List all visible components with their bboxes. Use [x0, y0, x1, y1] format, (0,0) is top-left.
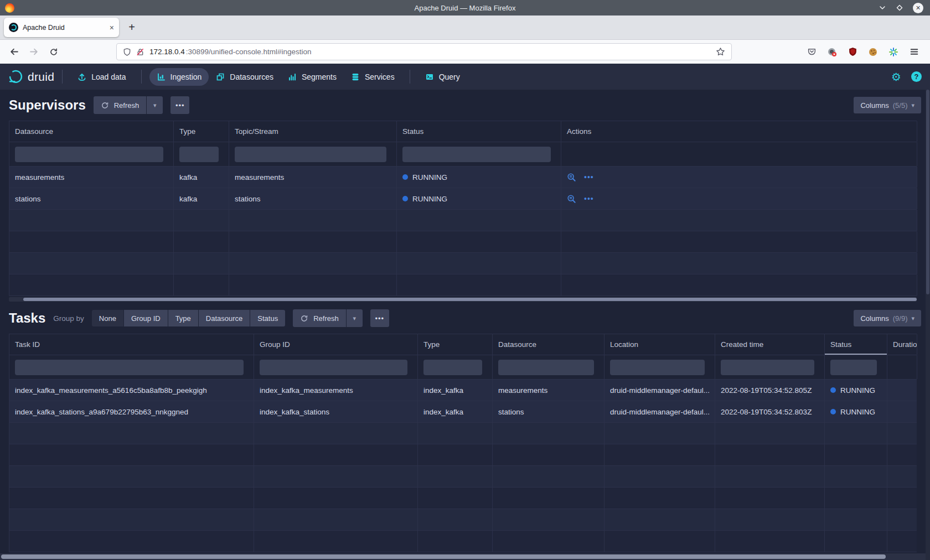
column-header[interactable]: Type — [418, 334, 493, 355]
supervisor-row-measurements: measurements kafka measurements RUNNING … — [9, 167, 917, 188]
status-dot-icon — [830, 409, 836, 414]
column-header[interactable]: Task ID — [9, 334, 254, 355]
datasource-cell: stations — [9, 188, 174, 209]
tasks-more-button[interactable]: ••• — [370, 309, 389, 327]
cookie-extension-icon[interactable] — [865, 44, 881, 60]
columns-label: Columns — [860, 101, 888, 110]
maximize-icon[interactable] — [896, 4, 903, 12]
topic-filter-input[interactable] — [235, 147, 386, 162]
status-filter-input[interactable] — [402, 147, 551, 162]
column-header[interactable]: Created time — [715, 334, 825, 355]
column-header[interactable]: Actions — [561, 121, 917, 142]
empty-row — [9, 231, 917, 253]
reload-icon[interactable] — [45, 44, 62, 60]
type-filter-input[interactable] — [179, 147, 219, 162]
type-filter-input[interactable] — [423, 360, 482, 375]
row-more-icon[interactable]: ••• — [584, 194, 594, 203]
column-header[interactable]: Datasource — [493, 334, 604, 355]
empty-row — [9, 509, 917, 531]
minimize-icon[interactable] — [879, 4, 886, 12]
ublock-origin-icon[interactable] — [844, 44, 861, 60]
task-row-stations: index_kafka_stations_a9a679b22795b63_nnk… — [9, 401, 917, 423]
column-header-sorted[interactable]: Status — [825, 334, 887, 355]
url-bar[interactable]: 172.18.0.4:30899/unified-console.html#in… — [116, 43, 732, 60]
pocket-icon[interactable] — [803, 44, 820, 60]
nav-item-label: Datasources — [230, 72, 273, 81]
tasks-horizontal-scrollbar[interactable] — [0, 553, 926, 560]
supervisors-columns-button[interactable]: Columns (5/5) ▾ — [854, 97, 921, 113]
tab-close-icon[interactable]: × — [110, 23, 114, 32]
column-header[interactable]: Group ID — [254, 334, 418, 355]
task-id-filter-input[interactable] — [15, 360, 244, 375]
nav-item-datasources[interactable]: Datasources — [209, 68, 281, 86]
group-by-label: Group by — [53, 314, 84, 323]
row-more-icon[interactable]: ••• — [584, 173, 594, 182]
colorful-extension-icon[interactable] — [885, 44, 902, 60]
privacy-extension-icon[interactable] — [824, 44, 840, 60]
column-header[interactable]: Location — [604, 334, 715, 355]
nav-item-label: Query — [439, 72, 460, 81]
group-by-type-button[interactable]: Type — [168, 310, 198, 326]
group-by-group-id-button[interactable]: Group ID — [124, 310, 168, 326]
url-path: :30899/unified-console.html#ingestion — [186, 48, 312, 56]
tasks-filter-row — [9, 355, 917, 380]
supervisors-refresh-button[interactable]: Refresh — [94, 96, 147, 114]
vertical-scrollbar[interactable] — [926, 90, 930, 560]
group-id-filter-input[interactable] — [260, 360, 407, 375]
datasources-icon — [216, 72, 225, 81]
browser-tab-apache-druid[interactable]: Apache Druid × — [4, 18, 119, 37]
detail-magnifier-icon[interactable] — [567, 194, 576, 204]
back-icon[interactable] — [6, 44, 22, 60]
help-icon[interactable]: ? — [911, 71, 922, 82]
druid-favicon-icon — [9, 23, 18, 32]
tracking-shield-icon[interactable] — [123, 48, 131, 56]
nav-item-load-data[interactable]: Load data — [70, 68, 133, 86]
menu-hamburger-icon[interactable] — [906, 44, 922, 60]
chevron-down-icon: ▾ — [911, 102, 914, 109]
tasks-columns-button[interactable]: Columns (9/9) ▾ — [854, 310, 921, 326]
detail-magnifier-icon[interactable] — [567, 173, 576, 182]
druid-brand[interactable]: druid — [8, 69, 54, 84]
empty-row — [9, 466, 917, 488]
supervisors-refresh-caret-button[interactable]: ▾ — [147, 96, 163, 114]
nav-item-segments[interactable]: Segments — [281, 68, 344, 86]
tasks-refresh-button[interactable]: Refresh — [293, 309, 346, 327]
group-by-datasource-button[interactable]: Datasource — [199, 310, 250, 326]
insecure-lock-icon[interactable] — [136, 48, 144, 56]
group-by-none-button[interactable]: None — [92, 310, 123, 326]
column-header[interactable]: Type — [174, 121, 229, 142]
task-id-cell: index_kafka_stations_a9a679b22795b63_nnk… — [9, 401, 254, 422]
task-id-cell: index_kafka_measurements_a5616c5ba8afb8b… — [9, 380, 254, 401]
chevron-down-icon: ▾ — [911, 315, 914, 322]
new-tab-button[interactable]: + — [123, 19, 140, 35]
created-time-filter-input[interactable] — [721, 360, 814, 375]
nav-item-label: Load data — [91, 72, 126, 81]
datasource-filter-input[interactable] — [15, 147, 163, 162]
status-cell: RUNNING — [397, 188, 561, 209]
column-header[interactable]: Datasource — [9, 121, 174, 142]
close-icon[interactable]: × — [913, 3, 923, 13]
column-header[interactable]: Topic/Stream — [229, 121, 397, 142]
supervisors-more-button[interactable]: ••• — [170, 96, 189, 114]
empty-row — [9, 210, 917, 231]
settings-gear-icon[interactable]: ⚙ — [891, 71, 901, 82]
status-filter-input[interactable] — [830, 360, 877, 375]
empty-row — [9, 444, 917, 466]
nav-item-ingestion[interactable]: Ingestion — [149, 68, 209, 86]
created-time-cell: 2022-08-19T05:34:52.803Z — [715, 401, 825, 422]
column-header[interactable]: Status — [397, 121, 561, 142]
group-by-status-button[interactable]: Status — [250, 310, 285, 326]
status-cell: RUNNING — [825, 380, 887, 401]
supervisors-horizontal-scrollbar[interactable] — [9, 297, 917, 302]
type-cell: index_kafka — [418, 380, 493, 401]
nav-item-services[interactable]: Services — [344, 68, 402, 86]
url-host: 172.18.0.4 — [149, 48, 185, 56]
tasks-refresh-caret-button[interactable]: ▾ — [347, 309, 363, 327]
location-filter-input[interactable] — [610, 360, 705, 375]
forward-icon[interactable] — [25, 44, 42, 60]
nav-item-query[interactable]: Query — [418, 68, 467, 86]
supervisors-table: Datasource Type Topic/Stream Status Acti… — [9, 121, 917, 296]
datasource-filter-input[interactable] — [498, 360, 594, 375]
bookmark-star-icon[interactable] — [716, 47, 725, 56]
column-header[interactable]: Duration — [887, 334, 917, 355]
